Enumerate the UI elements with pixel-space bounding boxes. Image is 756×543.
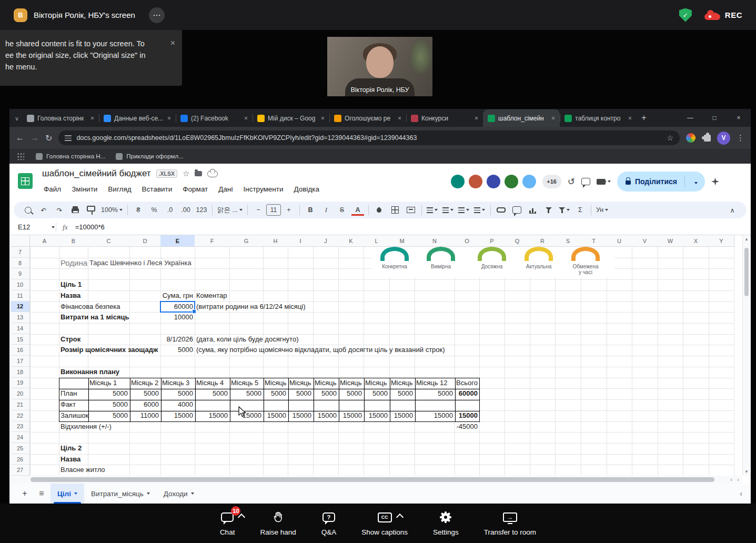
- url-input[interactable]: docs.google.com/spreadsheets/d/1LoE8W029…: [58, 130, 680, 145]
- cell-D20[interactable]: 5000: [129, 388, 160, 399]
- column-header-R[interactable]: R: [530, 235, 556, 247]
- column-header-I[interactable]: I: [288, 235, 314, 247]
- cell-B25[interactable]: Ціль 2: [59, 443, 88, 454]
- menu-item[interactable]: Змінити: [67, 184, 102, 195]
- browser-tab[interactable]: Мій диск – Goog×: [253, 109, 329, 127]
- column-header-K[interactable]: K: [338, 235, 364, 247]
- sheet-scroll-left-icon[interactable]: ‹: [740, 489, 742, 498]
- column-header-M[interactable]: M: [389, 235, 415, 247]
- spreadsheet-grid[interactable]: КонкретнаВимірнаДосяжнаАктуальнаОбмежена…: [11, 235, 742, 476]
- bookmark-star-icon[interactable]: ☆: [667, 134, 673, 142]
- save-status-cloud-icon[interactable]: [207, 170, 218, 177]
- cell-D21[interactable]: 6000: [129, 399, 160, 410]
- tab-close-icon[interactable]: ×: [321, 115, 325, 122]
- qa-button[interactable]: ? Q&A: [321, 510, 337, 536]
- italic-button[interactable]: I: [318, 204, 334, 216]
- cell-C19[interactable]: Місяць 1: [88, 378, 129, 389]
- browser-menu-icon[interactable]: ⋮: [737, 133, 744, 143]
- redo-button[interactable]: ↷: [52, 204, 67, 216]
- row-header-12[interactable]: 12: [11, 301, 30, 313]
- insert-link-button[interactable]: [493, 204, 509, 216]
- meet-camera-button[interactable]: [597, 179, 611, 185]
- window-maximize-button[interactable]: □: [702, 109, 727, 127]
- cell-H19[interactable]: Місяць: [263, 378, 288, 389]
- menu-item[interactable]: Вставити: [137, 184, 177, 195]
- cell-B26[interactable]: Назва: [59, 454, 88, 465]
- cell-L19[interactable]: Місяць: [364, 378, 389, 389]
- extensions-icon[interactable]: [704, 135, 711, 142]
- cell-G19[interactable]: Місяць 5: [229, 378, 263, 389]
- name-box[interactable]: E12: [9, 223, 55, 231]
- tab-close-icon[interactable]: ×: [167, 115, 171, 122]
- cell-H22[interactable]: 15000: [263, 410, 288, 421]
- row-header-11[interactable]: 11: [11, 290, 30, 301]
- add-sheet-button[interactable]: +: [17, 486, 33, 501]
- all-sheets-button[interactable]: ≡: [34, 486, 49, 501]
- sheet-tab[interactable]: Доходи: [157, 484, 201, 504]
- cell-B15[interactable]: Строк: [59, 334, 88, 345]
- cell-J20[interactable]: 5000: [313, 388, 338, 399]
- text-wrap-button[interactable]: [456, 204, 472, 216]
- cell-B8[interactable]: Родина: [59, 258, 88, 269]
- font-size-decrease-button[interactable]: −: [250, 204, 266, 216]
- column-header-L[interactable]: L: [364, 235, 390, 247]
- menu-item[interactable]: Файл: [39, 184, 66, 195]
- column-header-G[interactable]: G: [229, 235, 264, 247]
- cell-B13[interactable]: Витрати на 1 місяць: [59, 312, 88, 323]
- cell-L20[interactable]: 5000: [364, 388, 389, 399]
- cell-B16[interactable]: Розмір щомісячних заощадж: [59, 345, 160, 356]
- cell-I22[interactable]: 15000: [288, 410, 313, 421]
- formula-input[interactable]: =10000*6: [75, 223, 105, 231]
- cell-O23[interactable]: -45000: [455, 421, 479, 433]
- decrease-decimal-button[interactable]: .0: [162, 204, 178, 216]
- column-header-D[interactable]: D: [129, 235, 161, 247]
- column-header-S[interactable]: S: [555, 235, 581, 247]
- insert-chart-button[interactable]: [525, 204, 541, 216]
- cell-F20[interactable]: 5000: [195, 388, 229, 399]
- row-header-22[interactable]: 22: [11, 410, 30, 421]
- cell-J19[interactable]: Місяць: [313, 378, 338, 389]
- cell-D19[interactable]: Місяць 2: [129, 378, 160, 389]
- collapse-toolbar-button[interactable]: ∧: [724, 204, 740, 216]
- sheet-tab-menu-icon[interactable]: [191, 492, 194, 495]
- cell-O20[interactable]: 60000: [455, 388, 479, 399]
- text-rotate-button[interactable]: [472, 204, 488, 216]
- font-select[interactable]: 맑은 ...: [215, 204, 245, 216]
- bookmark-item[interactable]: Приклади оформл...: [116, 153, 184, 160]
- tab-close-icon[interactable]: ×: [475, 115, 478, 122]
- cell-M22[interactable]: 15000: [389, 410, 415, 421]
- cell-C22[interactable]: 5000: [88, 410, 129, 421]
- vertical-scrollbar[interactable]: ▲ ▼: [742, 235, 750, 476]
- horizontal-scrollbar[interactable]: ‹ ›: [11, 476, 742, 484]
- browser-tab[interactable]: Головна сторінк×: [22, 109, 99, 127]
- bookmark-item[interactable]: Головна сторінка Н...: [36, 153, 105, 160]
- star-document-icon[interactable]: ☆: [183, 169, 189, 178]
- cell-H20[interactable]: 5000: [263, 388, 288, 399]
- functions-button[interactable]: Σ: [572, 204, 588, 216]
- column-header-A[interactable]: A: [30, 235, 59, 247]
- cell-B12[interactable]: Фінансова безпека: [59, 301, 88, 313]
- sheet-tab[interactable]: Цілі: [51, 484, 84, 504]
- apps-grid-icon[interactable]: [17, 153, 24, 160]
- comments-icon[interactable]: [581, 178, 590, 185]
- scroll-down-icon[interactable]: ▼: [743, 469, 750, 474]
- cell-E22[interactable]: 15000: [160, 410, 195, 421]
- cell-E11[interactable]: Сума, грн: [160, 290, 195, 301]
- cell-E15[interactable]: 8/1/2026: [160, 334, 195, 345]
- tab-close-icon[interactable]: ×: [398, 115, 401, 122]
- window-close-button[interactable]: ×: [727, 109, 751, 127]
- column-header-U[interactable]: U: [607, 235, 632, 247]
- column-header-E[interactable]: E: [160, 235, 195, 247]
- cell-E21[interactable]: 4000: [160, 399, 195, 410]
- cell-N22[interactable]: 15000: [415, 410, 455, 421]
- row-header-16[interactable]: 16: [11, 345, 30, 356]
- row-header-9[interactable]: 9: [11, 268, 30, 279]
- row-header-27[interactable]: 27: [11, 465, 30, 476]
- browser-tab[interactable]: таблиця контро×: [560, 109, 637, 127]
- row-header-15[interactable]: 15: [11, 334, 30, 345]
- cell-F15[interactable]: (дата, коли ціль буде досягнуто): [195, 334, 229, 345]
- presence-avatar[interactable]: [522, 175, 536, 188]
- presence-overflow[interactable]: +16: [542, 175, 561, 188]
- cell-F16[interactable]: (сума, яку потрібно щомісячно відкладати…: [195, 345, 229, 356]
- tab-close-icon[interactable]: ×: [244, 115, 248, 122]
